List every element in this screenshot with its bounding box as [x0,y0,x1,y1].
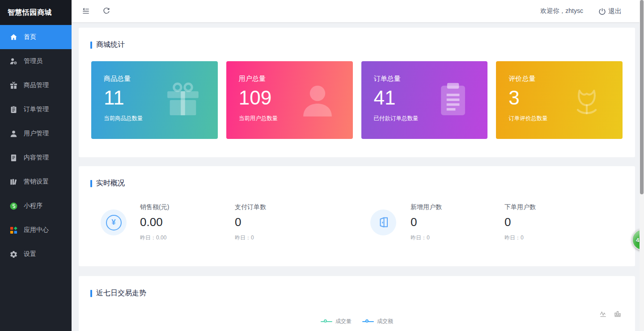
scrollbar-thumb[interactable] [640,0,644,194]
sidebar-item-label: 管理员 [24,57,42,65]
legend-item-amount[interactable]: 成交额 [362,318,393,325]
stat-card-goods-total[interactable]: 商品总量 11 当前商品总数量 [91,61,218,139]
users-icon [9,130,18,138]
settings-icon [9,250,18,259]
stat-card-users-total[interactable]: 用户总量 109 当前用户总数量 [226,61,353,139]
sidebar-item-miniprogram[interactable]: 小程序 [0,194,72,218]
sidebar-item-goods[interactable]: 商品管理 [0,73,72,97]
sidebar-item-admin[interactable]: 管理员 [0,49,72,73]
legend-label: 成交量 [335,318,352,325]
collapse-menu-icon[interactable] [81,7,90,16]
orders-icon [9,105,18,114]
sidebar-item-label: 订单管理 [24,105,49,113]
realtime-overview-section: 实时概况 ¥ 销售额(元) 0.00 昨日：0.00 支付订单数 0 昨日：0 … [79,166,635,266]
sidebar-item-content[interactable]: 内容管理 [0,146,72,170]
title-accent-bar [90,42,92,49]
section-title-mall-stats: 商城统计 [79,28,635,50]
door-icon [377,216,390,229]
topbar: 欢迎你，zhtysc 退出 [72,0,640,22]
section-title-trend: 近七日交易走势 [79,276,635,298]
stat-new-users: 新增用户数 0 昨日：0 [411,203,442,242]
gift-icon [163,80,203,120]
bar-chart-icon[interactable] [614,310,622,318]
sidebar-item-label: 用户管理 [24,130,49,138]
section-title-realtime: 实时概况 [79,166,635,188]
sidebar-item-label: 应用中心 [24,226,49,234]
sales-circle-icon: ¥ [101,209,127,235]
sidebar-item-label: 商品管理 [24,81,49,89]
clipboard-icon [434,81,472,119]
trend-chart-section: 近七日交易走势 成交量 成交额 [79,276,635,331]
sidebar: 智慧恬园商城 首页 管理员 商品管理 订单管理 用户管理 内容管理 [0,0,72,331]
goods-icon [9,81,18,90]
sidebar-item-label: 首页 [24,33,36,41]
power-icon [598,8,606,15]
users-circle-icon [370,209,396,235]
logout-label: 退出 [608,7,622,16]
refresh-icon[interactable] [102,7,111,16]
sidebar-item-label: 小程序 [24,202,42,210]
sidebar-menu: 首页 管理员 商品管理 订单管理 用户管理 内容管理 营销设置 [0,25,72,266]
content-icon [9,154,18,162]
person-icon [297,80,338,120]
marketing-icon [9,178,18,186]
sidebar-item-orders[interactable]: 订单管理 [0,97,72,122]
sidebar-item-users[interactable]: 用户管理 [0,122,72,146]
sidebar-item-label: 内容管理 [24,154,49,162]
sidebar-item-settings[interactable]: 设置 [0,242,72,266]
app-logo: 智慧恬园商城 [0,0,72,25]
mall-stats-section: 商城统计 商品总量 11 当前商品总数量 用户总量 109 当前用户总数量 订单… [79,28,635,157]
sidebar-item-home[interactable]: 首页 [0,25,72,49]
legend-label: 成交额 [377,318,393,325]
flower-icon [566,80,607,121]
legend-marker [362,319,374,324]
sidebar-item-appcenter[interactable]: 应用中心 [0,218,72,242]
title-accent-bar [90,180,92,187]
sidebar-item-marketing[interactable]: 营销设置 [0,170,72,194]
line-chart-icon[interactable] [600,310,607,318]
miniprogram-icon [9,202,18,210]
legend-marker [321,319,332,324]
stat-sales-amount: 销售额(元) 0.00 昨日：0.00 [140,203,169,242]
chart-legend: 成交量 成交额 [79,318,635,325]
admin-icon [9,57,18,66]
scrollbar-track[interactable] [640,0,644,331]
stat-card-reviews-total[interactable]: 评价总量 3 订单评价总数量 [496,61,623,139]
stat-paid-orders: 支付订单数 0 昨日：0 [235,203,266,242]
logout-button[interactable]: 退出 [598,7,622,16]
welcome-text: 欢迎你，zhtysc [540,7,583,15]
home-icon [9,33,18,42]
appcenter-icon [9,226,18,235]
legend-item-volume[interactable]: 成交量 [321,318,352,325]
stat-ordering-users: 下单用户数 0 昨日：0 [504,203,536,242]
stat-card-orders-total[interactable]: 订单总量 41 已付款订单总数量 [361,61,488,139]
sidebar-item-label: 设置 [24,250,36,258]
title-accent-bar [90,290,92,297]
yen-icon: ¥ [106,215,122,230]
chart-toolbox [600,310,622,318]
sidebar-item-label: 营销设置 [24,178,49,186]
